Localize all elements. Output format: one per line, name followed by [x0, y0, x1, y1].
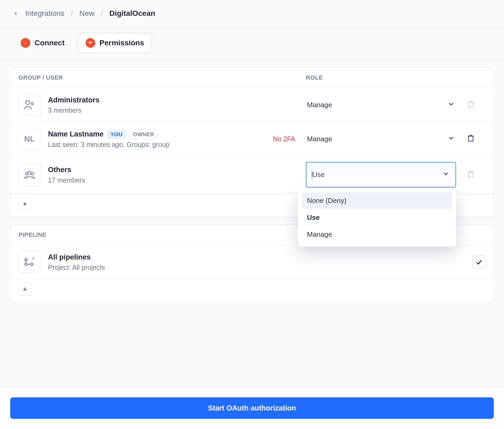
table-row: NL Name Lastname YOU OWNER Last seen: 3 …	[10, 122, 494, 156]
group-icon	[18, 94, 40, 116]
no-2fa-warning: No 2FA	[273, 135, 295, 143]
breadcrumb: Integrations / New / DigitalOcean	[0, 0, 504, 27]
svg-point-1	[91, 42, 92, 44]
row-subtitle: 3 members	[48, 106, 99, 114]
delete-button	[466, 169, 475, 180]
row-subtitle: 17 members	[48, 176, 85, 184]
column-header-group-user: GROUP / USER	[18, 74, 306, 81]
svg-point-0	[89, 42, 91, 43]
dropdown-option[interactable]: Use	[302, 209, 452, 226]
pipeline-header-label: PIPELINE	[18, 231, 46, 238]
role-dropdown: None (Deny) Use Manage	[298, 188, 456, 247]
group-user-card: GROUP / USER ROLE Administrators 3 membe…	[10, 68, 494, 217]
add-pipeline-button[interactable]	[18, 283, 31, 296]
delete-button[interactable]	[466, 134, 475, 144]
tab-label: Connect	[35, 39, 65, 47]
tab-connect[interactable]: Connect	[13, 33, 72, 53]
start-oauth-button[interactable]: Start OAuth authorization	[10, 397, 494, 419]
table-row: Others 17 members Use None (Deny) Use Ma…	[10, 156, 494, 194]
chevron-down-icon	[447, 134, 455, 144]
breadcrumb-item[interactable]: New	[79, 9, 94, 18]
delete-button	[466, 99, 475, 110]
row-title: Administrators	[48, 95, 99, 105]
chevron-down-icon	[447, 100, 455, 110]
permissions-icon	[86, 38, 95, 48]
tab-label: Permissions	[99, 39, 144, 47]
column-header-role: ROLE	[306, 74, 456, 81]
role-select[interactable]: Manage	[306, 98, 456, 112]
pipeline-check-button[interactable]	[473, 256, 486, 268]
dropdown-option[interactable]: Manage	[302, 226, 452, 243]
svg-point-11	[31, 263, 33, 265]
role-value: Use	[312, 171, 325, 179]
you-badge: YOU	[107, 130, 126, 139]
breadcrumb-separator: /	[71, 9, 73, 18]
pipeline-icon	[18, 251, 40, 273]
tabs: Connect Permissions	[0, 27, 504, 59]
role-select[interactable]: Manage	[306, 132, 456, 146]
card-header: GROUP / USER ROLE	[10, 68, 494, 88]
owner-badge: OWNER	[129, 130, 158, 139]
svg-point-4	[25, 172, 28, 175]
row-title: Others	[48, 165, 85, 175]
breadcrumb-item-current: DigitalOcean	[109, 9, 155, 18]
tab-permissions[interactable]: Permissions	[78, 33, 152, 53]
back-button[interactable]	[13, 10, 19, 16]
svg-point-5	[28, 171, 31, 174]
row-subtitle: Last seen: 3 minutes ago. Groups: group	[48, 141, 169, 149]
row-title: Name Lastname	[48, 130, 103, 139]
svg-point-3	[31, 102, 34, 105]
svg-point-6	[31, 172, 34, 175]
role-select[interactable]: Use	[306, 162, 456, 187]
role-value: Manage	[307, 135, 332, 143]
user-avatar: NL	[18, 128, 40, 150]
row-subtitle: Project: All projects	[48, 264, 105, 271]
breadcrumb-separator: /	[101, 9, 103, 18]
connect-icon	[21, 38, 30, 48]
breadcrumb-item[interactable]: Integrations	[25, 9, 64, 18]
svg-point-9	[25, 258, 27, 261]
table-row: All pipelines Project: All projects	[10, 245, 494, 279]
svg-point-2	[26, 101, 30, 105]
table-row: Administrators 3 members Manage	[10, 88, 494, 122]
dropdown-option[interactable]: None (Deny)	[302, 192, 452, 209]
row-title: All pipelines	[48, 253, 105, 262]
group-icon	[18, 164, 40, 186]
role-value: Manage	[307, 101, 332, 109]
chevron-down-icon	[442, 170, 450, 179]
svg-point-10	[25, 263, 27, 265]
add-group-button[interactable]	[18, 198, 31, 210]
footer: Start OAuth authorization	[0, 387, 504, 429]
